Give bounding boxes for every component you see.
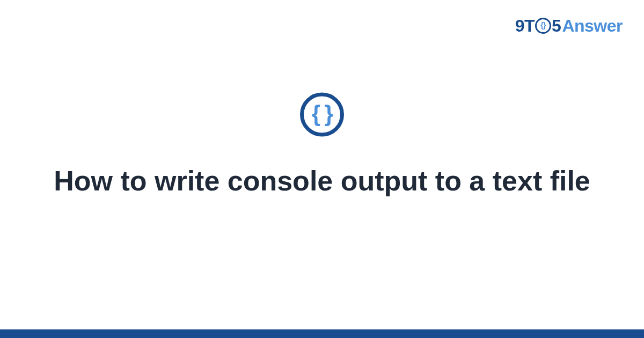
logo-braces-inner: {} [540,21,546,29]
logo-letter-t: T [524,16,535,36]
logo-word-answer: Answer [562,16,623,36]
logo-braces-circle-icon: {} [535,18,551,34]
code-braces-icon: { } [312,102,332,124]
main-content: { } How to write console output to a tex… [0,92,644,198]
site-logo: 9 T {} 5 Answer [515,16,623,36]
footer-accent-bar [0,329,644,338]
topic-icon-circle: { } [300,92,344,136]
page-title: How to write console output to a text fi… [54,163,590,198]
logo-digit-nine: 9 [515,16,524,36]
logo-digit-five: 5 [552,16,561,36]
